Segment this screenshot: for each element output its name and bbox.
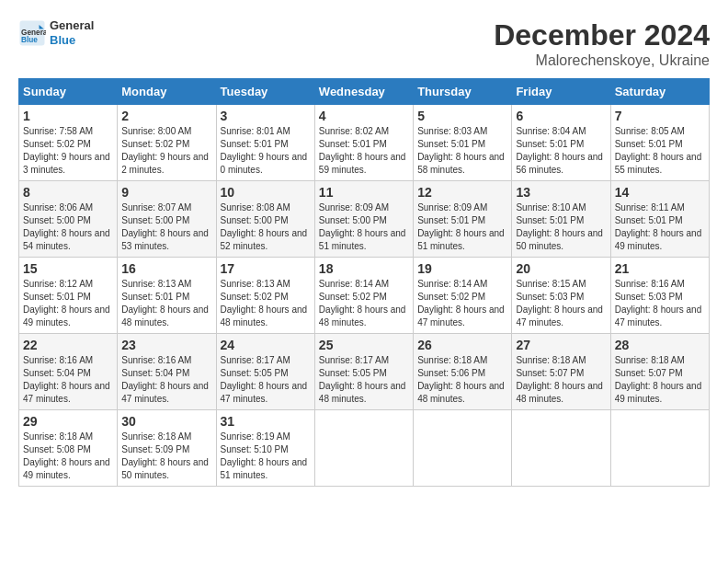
calendar-header-sunday: Sunday <box>19 79 118 105</box>
day-number: 4 <box>319 109 409 123</box>
day-info: Sunrise: 8:16 AM Sunset: 5:04 PM Dayligh… <box>23 354 113 406</box>
calendar-cell: 25 Sunrise: 8:17 AM Sunset: 5:05 PM Dayl… <box>314 334 413 410</box>
day-info: Sunrise: 8:18 AM Sunset: 5:07 PM Dayligh… <box>615 354 705 406</box>
day-info: Sunrise: 8:17 AM Sunset: 5:05 PM Dayligh… <box>319 354 409 406</box>
day-info: Sunrise: 8:04 AM Sunset: 5:01 PM Dayligh… <box>516 125 606 177</box>
location-subtitle: Malorechenskoye, Ukraine <box>494 52 710 69</box>
calendar-cell: 10 Sunrise: 8:08 AM Sunset: 5:00 PM Dayl… <box>216 181 314 258</box>
calendar-cell: 19 Sunrise: 8:14 AM Sunset: 5:02 PM Dayl… <box>414 258 512 334</box>
calendar-header-tuesday: Tuesday <box>216 79 314 105</box>
day-info: Sunrise: 8:00 AM Sunset: 5:02 PM Dayligh… <box>121 125 211 177</box>
day-number: 1 <box>23 109 113 123</box>
day-number: 15 <box>23 261 113 276</box>
calendar-cell: 12 Sunrise: 8:09 AM Sunset: 5:01 PM Dayl… <box>414 181 512 258</box>
day-number: 31 <box>221 414 311 429</box>
calendar-cell: 1 Sunrise: 7:58 AM Sunset: 5:02 PM Dayli… <box>19 105 118 181</box>
logo-icon: General Blue <box>18 19 46 47</box>
calendar-cell: 21 Sunrise: 8:16 AM Sunset: 5:03 PM Dayl… <box>610 258 709 334</box>
day-info: Sunrise: 8:11 AM Sunset: 5:01 PM Dayligh… <box>615 201 705 253</box>
day-info: Sunrise: 8:14 AM Sunset: 5:02 PM Dayligh… <box>417 278 507 329</box>
calendar-cell: 22 Sunrise: 8:16 AM Sunset: 5:04 PM Dayl… <box>19 334 118 410</box>
day-number: 27 <box>516 338 606 352</box>
calendar-cell <box>610 410 709 487</box>
calendar-cell: 5 Sunrise: 8:03 AM Sunset: 5:01 PM Dayli… <box>414 105 512 181</box>
calendar-cell: 27 Sunrise: 8:18 AM Sunset: 5:07 PM Dayl… <box>512 334 610 410</box>
day-number: 12 <box>417 185 507 200</box>
day-number: 10 <box>221 185 311 200</box>
calendar-body: 1 Sunrise: 7:58 AM Sunset: 5:02 PM Dayli… <box>19 105 710 487</box>
calendar-cell: 18 Sunrise: 8:14 AM Sunset: 5:02 PM Dayl… <box>314 258 413 334</box>
calendar-header-row: SundayMondayTuesdayWednesdayThursdayFrid… <box>19 79 710 105</box>
day-info: Sunrise: 8:02 AM Sunset: 5:01 PM Dayligh… <box>319 125 409 177</box>
day-number: 25 <box>319 338 409 352</box>
calendar-cell: 29 Sunrise: 8:18 AM Sunset: 5:08 PM Dayl… <box>19 410 118 487</box>
day-info: Sunrise: 8:09 AM Sunset: 5:01 PM Dayligh… <box>417 201 507 253</box>
calendar-cell: 28 Sunrise: 8:18 AM Sunset: 5:07 PM Dayl… <box>610 334 709 410</box>
day-number: 8 <box>23 185 113 200</box>
day-number: 9 <box>121 185 211 200</box>
calendar-week-row: 15 Sunrise: 8:12 AM Sunset: 5:01 PM Dayl… <box>19 258 710 334</box>
calendar-cell: 26 Sunrise: 8:18 AM Sunset: 5:06 PM Dayl… <box>414 334 512 410</box>
calendar-header-monday: Monday <box>118 79 216 105</box>
day-info: Sunrise: 8:16 AM Sunset: 5:04 PM Dayligh… <box>121 354 211 406</box>
day-number: 5 <box>417 109 507 123</box>
month-year-title: December 2024 <box>494 18 710 52</box>
calendar-header-saturday: Saturday <box>610 79 709 105</box>
day-info: Sunrise: 8:17 AM Sunset: 5:05 PM Dayligh… <box>221 354 311 406</box>
day-info: Sunrise: 8:16 AM Sunset: 5:03 PM Dayligh… <box>615 278 705 329</box>
day-number: 24 <box>221 338 311 352</box>
svg-text:Blue: Blue <box>21 35 38 43</box>
calendar-table: SundayMondayTuesdayWednesdayThursdayFrid… <box>18 78 710 487</box>
calendar-cell: 6 Sunrise: 8:04 AM Sunset: 5:01 PM Dayli… <box>512 105 610 181</box>
day-info: Sunrise: 8:18 AM Sunset: 5:09 PM Dayligh… <box>121 431 211 482</box>
day-number: 28 <box>615 338 705 352</box>
calendar-cell: 16 Sunrise: 8:13 AM Sunset: 5:01 PM Dayl… <box>118 258 216 334</box>
day-info: Sunrise: 8:18 AM Sunset: 5:06 PM Dayligh… <box>417 354 507 406</box>
day-info: Sunrise: 8:19 AM Sunset: 5:10 PM Dayligh… <box>221 431 311 482</box>
calendar-cell: 17 Sunrise: 8:13 AM Sunset: 5:02 PM Dayl… <box>216 258 314 334</box>
day-number: 20 <box>516 261 606 276</box>
day-number: 11 <box>319 185 409 200</box>
day-number: 30 <box>121 414 211 429</box>
day-number: 14 <box>615 185 705 200</box>
calendar-cell <box>314 410 413 487</box>
day-info: Sunrise: 8:14 AM Sunset: 5:02 PM Dayligh… <box>319 278 409 329</box>
day-number: 6 <box>516 109 606 123</box>
day-info: Sunrise: 8:05 AM Sunset: 5:01 PM Dayligh… <box>615 125 705 177</box>
day-number: 2 <box>121 109 211 123</box>
calendar-week-row: 29 Sunrise: 8:18 AM Sunset: 5:08 PM Dayl… <box>19 410 710 487</box>
calendar-cell: 2 Sunrise: 8:00 AM Sunset: 5:02 PM Dayli… <box>118 105 216 181</box>
day-number: 19 <box>417 261 507 276</box>
calendar-cell <box>512 410 610 487</box>
day-info: Sunrise: 8:15 AM Sunset: 5:03 PM Dayligh… <box>516 278 606 329</box>
day-number: 18 <box>319 261 409 276</box>
day-number: 21 <box>615 261 705 276</box>
day-info: Sunrise: 8:09 AM Sunset: 5:00 PM Dayligh… <box>319 201 409 253</box>
calendar-header-friday: Friday <box>512 79 610 105</box>
day-number: 23 <box>121 338 211 352</box>
day-info: Sunrise: 8:07 AM Sunset: 5:00 PM Dayligh… <box>121 201 211 253</box>
day-info: Sunrise: 8:03 AM Sunset: 5:01 PM Dayligh… <box>417 125 507 177</box>
calendar-cell: 9 Sunrise: 8:07 AM Sunset: 5:00 PM Dayli… <box>118 181 216 258</box>
day-number: 16 <box>121 261 211 276</box>
calendar-week-row: 8 Sunrise: 8:06 AM Sunset: 5:00 PM Dayli… <box>19 181 710 258</box>
day-info: Sunrise: 8:10 AM Sunset: 5:01 PM Dayligh… <box>516 201 606 253</box>
calendar-week-row: 1 Sunrise: 7:58 AM Sunset: 5:02 PM Dayli… <box>19 105 710 181</box>
logo-line2: Blue <box>50 33 94 48</box>
calendar-cell: 15 Sunrise: 8:12 AM Sunset: 5:01 PM Dayl… <box>19 258 118 334</box>
day-number: 3 <box>221 109 311 123</box>
logo-line1: General <box>50 18 94 33</box>
title-section: December 2024 Malorechenskoye, Ukraine <box>494 18 710 69</box>
day-number: 17 <box>221 261 311 276</box>
day-number: 13 <box>516 185 606 200</box>
calendar-cell: 3 Sunrise: 8:01 AM Sunset: 5:01 PM Dayli… <box>216 105 314 181</box>
calendar-cell: 14 Sunrise: 8:11 AM Sunset: 5:01 PM Dayl… <box>610 181 709 258</box>
day-number: 22 <box>23 338 113 352</box>
calendar-cell: 8 Sunrise: 8:06 AM Sunset: 5:00 PM Dayli… <box>19 181 118 258</box>
calendar-header-wednesday: Wednesday <box>314 79 413 105</box>
day-info: Sunrise: 8:13 AM Sunset: 5:01 PM Dayligh… <box>121 278 211 329</box>
calendar-cell: 24 Sunrise: 8:17 AM Sunset: 5:05 PM Dayl… <box>216 334 314 410</box>
calendar-week-row: 22 Sunrise: 8:16 AM Sunset: 5:04 PM Dayl… <box>19 334 710 410</box>
calendar-cell: 11 Sunrise: 8:09 AM Sunset: 5:00 PM Dayl… <box>314 181 413 258</box>
calendar-cell <box>414 410 512 487</box>
